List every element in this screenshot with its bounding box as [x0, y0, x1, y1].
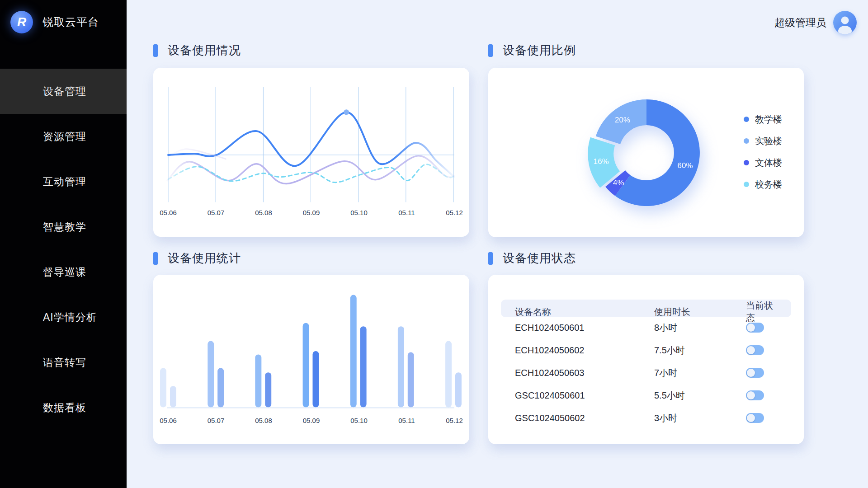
- bar: [360, 326, 367, 407]
- x-axis-label: 05.09: [303, 417, 320, 424]
- sidebar-item-dashboard[interactable]: 数据看板: [0, 385, 127, 430]
- peak-marker-dot: [344, 109, 349, 115]
- sidebar-item-smart-teaching[interactable]: 智慧教学: [0, 204, 127, 249]
- table-row: ECH10240506037小时: [501, 361, 791, 384]
- section-title-text: 设备使用比例: [503, 42, 576, 58]
- x-axis-label: 05.06: [160, 417, 177, 424]
- bar: [303, 323, 309, 408]
- toggle-knob: [747, 369, 755, 377]
- status-toggle[interactable]: [746, 323, 764, 333]
- x-axis-label: 05.12: [446, 417, 463, 424]
- device-name: GSC1024050601: [515, 390, 654, 401]
- bar: [350, 295, 357, 408]
- usage-duration: 7小时: [654, 367, 746, 379]
- toggle-knob: [747, 324, 755, 332]
- sidebar-nav: 设备管理资源管理互动管理智慧教学督导巡课AI学情分析语音转写数据看板: [0, 69, 127, 430]
- x-axis-label: 05.08: [255, 417, 272, 424]
- status-toggle[interactable]: [746, 368, 764, 378]
- status-toggle[interactable]: [746, 345, 764, 355]
- bar: [455, 372, 462, 407]
- x-axis-label: 05.10: [350, 209, 368, 216]
- table-header: 设备名称 使用时长 当前状态: [501, 300, 791, 317]
- main-content: 超级管理员 设备使用情况 设备使用比例 设备使用统计 设备使用状态 05.060…: [127, 0, 868, 488]
- donut-legend: 教学楼实验楼文体楼校务楼: [744, 108, 782, 195]
- usage-duration: 7.5小时: [654, 344, 746, 357]
- x-axis-label: 05.11: [398, 417, 415, 424]
- line-chart: [167, 86, 455, 203]
- user-area: 超级管理员: [774, 11, 857, 34]
- section-title-usage: 设备使用情况: [153, 42, 241, 58]
- x-axis-label: 05.08: [255, 209, 272, 216]
- title-accent-bar: [153, 252, 158, 265]
- bar: [408, 352, 414, 408]
- legend-label: 教学楼: [755, 113, 782, 126]
- donut-slice-label: 4%: [613, 178, 624, 187]
- sidebar-item-device[interactable]: 设备管理: [0, 69, 127, 114]
- sidebar-item-interaction[interactable]: 互动管理: [0, 159, 127, 204]
- app-logo-icon: R: [10, 11, 33, 33]
- section-title-text: 设备使用状态: [503, 250, 576, 266]
- status-toggle[interactable]: [746, 413, 764, 423]
- x-axis-label: 05.11: [398, 209, 415, 216]
- app-title: 锐取云平台: [42, 15, 99, 29]
- section-title-text: 设备使用情况: [168, 42, 241, 58]
- sidebar-item-supervision[interactable]: 督导巡课: [0, 249, 127, 295]
- usage-duration: 3小时: [654, 412, 746, 424]
- x-axis-label: 05.12: [446, 209, 463, 216]
- legend-dot-icon: [744, 182, 749, 187]
- bar: [445, 341, 452, 408]
- x-axis-label: 05.07: [208, 417, 225, 424]
- usage-duration: 8小时: [654, 322, 746, 334]
- bar: [255, 354, 261, 407]
- line-chart-x-axis: 05.0605.0705.0805.0905.1005.1105.12: [167, 209, 455, 218]
- legend-dot-icon: [744, 138, 749, 144]
- legend-item-sports-building[interactable]: 文体楼: [744, 152, 782, 174]
- usage-stats-chart: 05.0605.0705.0805.0905.1005.1105.12: [167, 294, 455, 426]
- table-row: ECH10240506018小时: [501, 316, 791, 339]
- bar: [398, 326, 404, 407]
- toggle-knob: [747, 391, 755, 399]
- user-avatar[interactable]: [833, 11, 857, 34]
- section-title-status: 设备使用状态: [488, 250, 576, 266]
- person-icon: [833, 11, 857, 34]
- usage-stats-card: 05.0605.0705.0805.0905.1005.1105.12: [153, 275, 469, 444]
- legend-dot-icon: [744, 117, 749, 122]
- primary-trend-line: [168, 112, 454, 177]
- x-axis-label: 05.09: [303, 209, 320, 216]
- x-axis-label: 05.06: [160, 209, 177, 216]
- table-row: GSC10240506015.5小时: [501, 384, 791, 407]
- status-toggle[interactable]: [746, 390, 764, 400]
- x-axis-label: 05.07: [208, 209, 225, 216]
- toggle-knob: [747, 346, 755, 354]
- sidebar-item-ai-analysis[interactable]: AI学情分析: [0, 295, 127, 340]
- bar: [208, 341, 214, 408]
- table-row: ECH10240506027.5小时: [501, 339, 791, 361]
- table-row: GSC10240506023小时: [501, 407, 791, 429]
- donut-slice-label: 20%: [615, 116, 630, 124]
- toggle-knob: [747, 414, 755, 422]
- bar: [312, 351, 319, 407]
- sidebar-item-transcription[interactable]: 语音转写: [0, 340, 127, 385]
- title-accent-bar: [488, 44, 493, 57]
- x-axis-label: 05.10: [350, 417, 368, 424]
- device-name: ECH1024050603: [515, 368, 654, 378]
- donut-slice-label: 60%: [678, 161, 693, 170]
- bar: [160, 368, 166, 407]
- donut-slice-label: 16%: [594, 157, 609, 166]
- legend-item-admin-building[interactable]: 校务楼: [744, 174, 782, 195]
- section-title-ratio: 设备使用比例: [488, 42, 576, 58]
- bar: [265, 372, 271, 407]
- sidebar: R 锐取云平台 设备管理资源管理互动管理智慧教学督导巡课AI学情分析语音转写数据…: [0, 0, 127, 488]
- user-role-label: 超级管理员: [774, 16, 826, 30]
- legend-item-lab-building[interactable]: 实验楼: [744, 130, 782, 152]
- bar-chart-x-axis: 05.0605.0705.0805.0905.1005.1105.12: [167, 417, 455, 426]
- legend-item-teaching-building[interactable]: 教学楼: [744, 108, 782, 130]
- legend-label: 文体楼: [755, 157, 782, 169]
- usage-trend-card: 05.0605.0705.0805.0905.1005.1105.12: [153, 68, 469, 237]
- legend-dot-icon: [744, 160, 749, 165]
- brand: R 锐取云平台: [10, 11, 99, 33]
- bar-chart: [167, 294, 455, 411]
- section-title-stats: 设备使用统计: [153, 250, 241, 266]
- title-accent-bar: [153, 44, 158, 57]
- sidebar-item-resource[interactable]: 资源管理: [0, 114, 127, 159]
